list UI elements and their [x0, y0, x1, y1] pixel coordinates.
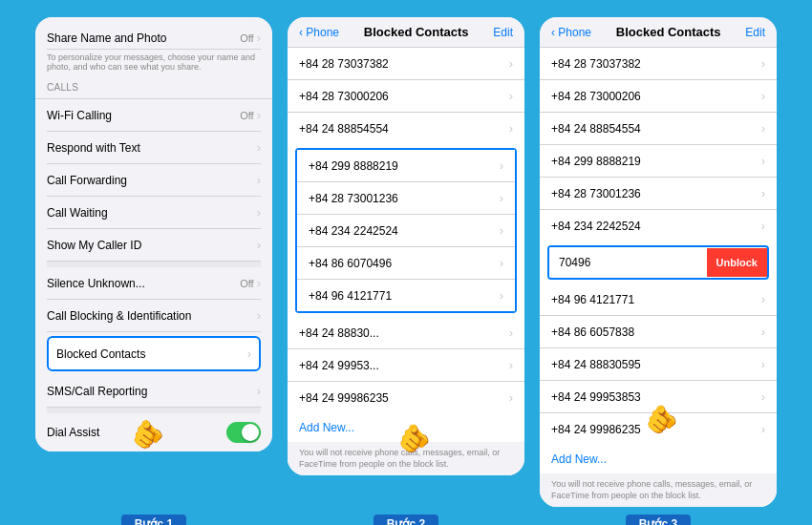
share-off-value: Off — [240, 32, 253, 44]
contact-row[interactable]: +84 234 2242524› — [297, 215, 515, 247]
contact-row[interactable]: +84 86 6057838› — [540, 316, 777, 348]
share-chevron: › — [257, 31, 261, 45]
step-3-badge: Bước 3 — [626, 514, 691, 525]
phone3-header: ‹ Phone Blocked Contacts Edit — [540, 17, 777, 48]
show-caller-id-label: Show My Caller ID — [47, 239, 141, 252]
step-2-block: Bước 2 Chọn SĐT muốn bỏ chặn — [288, 514, 524, 525]
dial-assist-toggle[interactable] — [226, 422, 261, 443]
contact-row[interactable]: +84 96 4121771› — [297, 280, 515, 311]
respond-text-label: Respond with Text — [47, 141, 140, 155]
unblock-button[interactable]: Unblock — [707, 248, 767, 277]
phone2-title: Blocked Contacts — [364, 25, 469, 39]
phone3-info: You will not receive phone calls, messag… — [540, 473, 777, 507]
contact-row[interactable]: +84 28 73037382› — [540, 48, 777, 80]
forwarding-chevron: › — [257, 173, 261, 187]
hand-cursor-2: 🫵 — [396, 422, 433, 456]
phone-3: ‹ Phone Blocked Contacts Edit +84 28 730… — [540, 17, 777, 507]
call-forwarding-item[interactable]: Call Forwarding › — [47, 164, 261, 197]
phone2-header: ‹ Phone Blocked Contacts Edit — [288, 17, 524, 48]
phone2-edit[interactable]: Edit — [493, 26, 513, 39]
wifi-off-value: Off — [240, 110, 253, 121]
share-off-right: Off › — [240, 31, 261, 45]
contact-row[interactable]: +84 24 88830...› — [288, 317, 524, 349]
phone1-card: Share Name and Photo Off › To personaliz… — [35, 17, 272, 452]
blocked-contacts-label: Blocked Contacts — [56, 347, 145, 361]
phone-2: ‹ Phone Blocked Contacts Edit +84 28 730… — [288, 17, 524, 507]
share-desc: To personalize your messages, choose you… — [47, 50, 261, 76]
phone3-title: Blocked Contacts — [616, 25, 721, 39]
contact-row[interactable]: +84 28 73001236› — [540, 178, 777, 210]
contact-row[interactable]: +84 28 73037382› — [288, 48, 524, 80]
contact-row[interactable]: +84 24 99953...› — [288, 349, 524, 382]
contact-row[interactable]: +84 28 73001236› — [297, 182, 515, 215]
wifi-off-right: Off › — [240, 108, 261, 122]
silence-unknown-label: Silence Unknown... — [47, 277, 145, 290]
phone3-top-contacts: +84 28 73037382›+84 28 73000206›+84 24 8… — [540, 48, 777, 242]
phone2-card: ‹ Phone Blocked Contacts Edit +84 28 730… — [288, 17, 524, 475]
call-waiting-label: Call Waiting — [47, 206, 108, 220]
phone3-edit[interactable]: Edit — [745, 26, 765, 39]
silence-off-value: Off — [240, 278, 253, 289]
wifi-chevron: › — [257, 108, 261, 122]
phone2-highlighted: +84 299 8888219›+84 28 73001236›+84 234 … — [295, 148, 517, 313]
phone2-contacts: +84 28 73037382›+84 28 73000206›+84 24 8… — [288, 48, 524, 475]
call-forwarding-label: Call Forwarding — [47, 174, 127, 187]
contact-row[interactable]: +84 86 6070496› — [297, 247, 515, 280]
blocked-chevron: › — [247, 346, 251, 361]
contact-row[interactable]: +84 24 88854554› — [540, 113, 777, 145]
phone-1: Share Name and Photo Off › To personaliz… — [35, 17, 272, 507]
silence-chevron: › — [257, 276, 261, 290]
labels-row: Bước 1 Vào Danh sách chặn cuộc gọi Bước … — [19, 514, 793, 525]
blocked-contacts-item[interactable]: Blocked Contacts › — [47, 336, 261, 371]
share-name-title: Share Name and Photo — [47, 32, 166, 45]
contact-row[interactable]: +84 28 73000206› — [540, 80, 777, 113]
hand-cursor-3: 🫵 — [644, 403, 680, 437]
step-3-block: Bước 3 Chọn Unblock (Bỏ chặn) — [540, 514, 777, 525]
step-1-badge: Bước 1 — [121, 514, 186, 525]
calls-section-label: CALLS — [47, 76, 261, 94]
wifi-calling-label: Wi-Fi Calling — [47, 109, 112, 122]
show-caller-id-item[interactable]: Show My Caller ID › — [47, 229, 261, 262]
blocking-chevron: › — [257, 308, 261, 323]
silence-off-right: Off › — [240, 276, 261, 290]
dial-assist-label: Dial Assist — [47, 426, 99, 439]
contact-row[interactable]: +84 24 88830595› — [540, 348, 777, 381]
phone3-add-new[interactable]: Add New... — [540, 445, 777, 473]
unblock-number: 70496 — [549, 247, 707, 278]
contact-row[interactable]: +84 96 4121771› — [540, 284, 777, 316]
respond-text-item[interactable]: Respond with Text › — [47, 132, 261, 164]
contact-row[interactable]: +84 299 8888219› — [540, 145, 777, 178]
waiting-chevron: › — [257, 205, 261, 220]
contact-row[interactable]: +84 299 8888219› — [297, 150, 515, 182]
phone2-highlighted-contacts: +84 299 8888219›+84 28 73001236›+84 234 … — [297, 150, 515, 311]
sms-reporting-label: SMS/Call Reporting — [47, 385, 147, 398]
phone1-header: Share Name and Photo Off › To personaliz… — [35, 17, 272, 99]
respond-chevron: › — [257, 140, 261, 155]
call-blocking-label: Call Blocking & Identification — [47, 309, 191, 323]
contact-row[interactable]: +84 24 88854554› — [288, 113, 524, 144]
step-2-badge: Bước 2 — [374, 514, 438, 525]
phone3-contacts: +84 28 73037382›+84 28 73000206›+84 24 8… — [540, 48, 777, 507]
sms-chevron: › — [257, 384, 261, 398]
contact-row[interactable]: +84 234 2242524› — [540, 210, 777, 242]
silence-unknown-item[interactable]: Silence Unknown... Off › — [47, 267, 261, 300]
step-1-block: Bước 1 Vào Danh sách chặn cuộc gọi — [35, 514, 272, 525]
call-waiting-item[interactable]: Call Waiting › — [47, 197, 261, 229]
phone3-unblock-row: 70496 Unblock — [547, 245, 769, 280]
contact-row[interactable]: +84 24 99986235› — [288, 382, 524, 413]
contact-row[interactable]: +84 28 73000206› — [288, 80, 524, 113]
caller-id-chevron: › — [257, 238, 261, 252]
call-blocking-item[interactable]: Call Blocking & Identification › — [47, 300, 261, 332]
phone2-back[interactable]: ‹ Phone — [299, 26, 339, 39]
hand-cursor-1: 🫵 — [128, 416, 166, 453]
phone3-back[interactable]: ‹ Phone — [551, 26, 591, 39]
phone1-body: Wi-Fi Calling Off › Respond with Text › … — [35, 99, 272, 452]
wifi-calling-item[interactable]: Wi-Fi Calling Off › — [47, 99, 261, 132]
phone2-bottom-contacts: +84 24 88830...›+84 24 99953...›+84 24 9… — [288, 317, 524, 413]
sms-reporting-item[interactable]: SMS/Call Reporting › — [47, 375, 261, 408]
share-name-row: Share Name and Photo Off › — [47, 25, 261, 50]
phone2-top-contacts: +84 28 73037382›+84 28 73000206›+84 24 8… — [288, 48, 524, 144]
